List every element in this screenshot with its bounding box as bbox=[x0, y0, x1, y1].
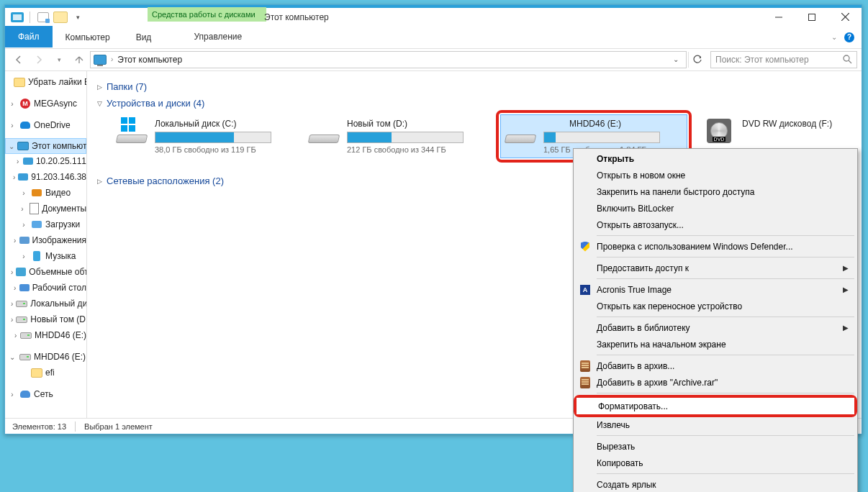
cm-shortcut[interactable]: Создать ярлык bbox=[575, 476, 856, 492]
status-selection: Выбран 1 элемент bbox=[84, 422, 153, 431]
minimize-button[interactable] bbox=[762, 8, 795, 26]
svg-point-4 bbox=[844, 55, 849, 61]
nav-item-efi[interactable]: efi bbox=[5, 365, 86, 381]
section-devices[interactable]: ▽Устройства и диски (4) bbox=[97, 98, 851, 109]
capacity-bar bbox=[347, 132, 464, 143]
qat-properties-icon[interactable] bbox=[36, 10, 50, 24]
drive-icon bbox=[116, 122, 148, 143]
navigation-pane: Убрать лайки Вк ›MMEGAsync ›OneDrive ⌄Эт… bbox=[5, 71, 87, 418]
tab-file[interactable]: Файл bbox=[5, 26, 53, 47]
acronis-icon: A bbox=[579, 284, 591, 296]
shield-icon bbox=[579, 241, 591, 252]
cm-portable[interactable]: Открыть как переносное устройство bbox=[575, 298, 856, 314]
cm-open-new[interactable]: Открыть в новом окне bbox=[575, 167, 856, 183]
help-icon[interactable]: ? bbox=[844, 32, 854, 42]
nav-item[interactable]: ›91.203.146.38 bbox=[5, 169, 86, 185]
search-input[interactable]: Поиск: Этот компьютер bbox=[710, 51, 857, 68]
chevron-right-icon: ▶ bbox=[843, 324, 849, 332]
nav-up-icon[interactable] bbox=[70, 51, 89, 68]
capacity-bar bbox=[543, 132, 660, 143]
dvd-icon: DVD bbox=[703, 122, 735, 143]
qat-new-folder-icon[interactable] bbox=[53, 10, 68, 24]
svg-rect-1 bbox=[809, 14, 815, 20]
cm-acronis[interactable]: AAcronis True Image▶ bbox=[575, 281, 856, 298]
highlight-annotation: Форматировать... bbox=[574, 395, 857, 417]
nav-item-3d[interactable]: ›Объемные объ bbox=[5, 264, 86, 280]
address-dropdown-icon[interactable]: ⌄ bbox=[669, 55, 683, 63]
context-menu: Открыть Открыть в новом окне Закрепить н… bbox=[573, 148, 858, 492]
cm-copy[interactable]: Копировать bbox=[575, 455, 856, 471]
nav-item-downloads[interactable]: ›Загрузки bbox=[5, 217, 86, 232]
nav-item-music[interactable]: ›Музыка bbox=[5, 248, 86, 264]
nav-item-drive-c[interactable]: ›Локальный ди bbox=[5, 296, 86, 311]
drive-c[interactable]: Локальный диск (C:) 38,0 ГБ свободно из … bbox=[112, 114, 297, 163]
rar-icon bbox=[579, 360, 591, 372]
nav-item[interactable]: Убрать лайки Вк bbox=[5, 74, 86, 90]
section-folders[interactable]: ▷Папки (7) bbox=[97, 81, 851, 92]
nav-forward-icon[interactable] bbox=[30, 51, 48, 68]
cm-library[interactable]: Добавить в библиотеку▶ bbox=[575, 319, 856, 336]
tab-manage[interactable]: Управление bbox=[158, 26, 277, 47]
drive-d[interactable]: Новый том (D:) 212 ГБ свободно из 344 ГБ bbox=[304, 114, 489, 163]
title-bar: ▾ Средства работы с дисками Этот компьют… bbox=[5, 8, 862, 26]
cm-archive-rar[interactable]: Добавить в архив "Archive.rar" bbox=[575, 374, 856, 391]
tab-computer[interactable]: Компьютер bbox=[53, 26, 123, 48]
cm-pin-start[interactable]: Закрепить на начальном экране bbox=[575, 336, 856, 352]
nav-item-this-pc[interactable]: ⌄Этот компьютер bbox=[5, 138, 86, 154]
cm-pin-quick[interactable]: Закрепить на панели быстрого доступа bbox=[575, 183, 856, 200]
nav-item-drive-e[interactable]: ›MHDD46 (E:) bbox=[5, 327, 86, 343]
cm-archive[interactable]: Добавить в архив... bbox=[575, 357, 856, 374]
cm-format[interactable]: Форматировать... bbox=[577, 398, 854, 414]
nav-item-drive-d[interactable]: ›Новый том (D:) bbox=[5, 311, 86, 327]
drive-icon bbox=[308, 122, 340, 143]
window-title: Этот компьютер bbox=[264, 12, 329, 22]
nav-back-icon[interactable] bbox=[9, 51, 28, 68]
nav-item-onedrive[interactable]: ›OneDrive bbox=[5, 117, 86, 133]
refresh-icon[interactable] bbox=[688, 52, 706, 68]
pc-icon bbox=[94, 55, 107, 65]
cm-defender[interactable]: Проверка с использованием Windows Defend… bbox=[575, 238, 856, 255]
cm-share[interactable]: Предоставить доступ к▶ bbox=[575, 260, 856, 276]
nav-item-mega[interactable]: ›MMEGAsync bbox=[5, 96, 86, 111]
ribbon-expand-icon[interactable]: ⌄ bbox=[831, 33, 837, 41]
chevron-right-icon: ▶ bbox=[843, 286, 849, 293]
chevron-right-icon: › bbox=[111, 55, 113, 63]
cm-bitlocker[interactable]: Включить BitLocker bbox=[575, 200, 856, 217]
app-icon bbox=[11, 12, 24, 22]
ribbon-tabs: Файл Компьютер Вид Управление ⌄ ? bbox=[5, 26, 862, 49]
search-icon bbox=[843, 55, 852, 64]
status-count: Элементов: 13 bbox=[12, 422, 66, 431]
cm-cut[interactable]: Вырезать bbox=[575, 438, 856, 455]
nav-item-drive-e-root[interactable]: ⌄MHDD46 (E:) bbox=[5, 349, 86, 365]
qat-dropdown-icon[interactable]: ▾ bbox=[71, 10, 85, 24]
nav-item-documents[interactable]: ›Документы bbox=[5, 201, 86, 217]
rar-icon bbox=[579, 377, 591, 388]
search-placeholder: Поиск: Этот компьютер bbox=[715, 55, 809, 65]
contextual-tab-label: Средства работы с дисками bbox=[148, 7, 266, 22]
address-text: Этот компьютер bbox=[117, 55, 182, 65]
cm-open[interactable]: Открыть bbox=[575, 150, 856, 167]
cm-autorun[interactable]: Открыть автозапуск... bbox=[575, 217, 856, 233]
nav-item-pictures[interactable]: ›Изображения bbox=[5, 232, 86, 248]
capacity-bar bbox=[155, 132, 271, 143]
svg-line-5 bbox=[849, 60, 851, 63]
nav-item-network[interactable]: ›Сеть bbox=[5, 386, 86, 402]
cm-eject[interactable]: Извлечь bbox=[575, 416, 856, 433]
address-input[interactable]: › Этот компьютер ⌄ bbox=[90, 51, 687, 68]
nav-item-video[interactable]: ›Видео bbox=[5, 185, 86, 201]
nav-item-desktop[interactable]: ›Рабочий стол bbox=[5, 280, 86, 296]
chevron-right-icon: ▶ bbox=[843, 264, 849, 272]
address-bar: ▾ › Этот компьютер ⌄ Поиск: Этот компьют… bbox=[5, 48, 862, 71]
nav-recent-icon[interactable]: ▾ bbox=[50, 51, 68, 68]
maximize-button[interactable] bbox=[795, 8, 828, 26]
close-button[interactable] bbox=[828, 8, 862, 26]
nav-item[interactable]: ›10.20.25.111 bbox=[5, 153, 86, 169]
